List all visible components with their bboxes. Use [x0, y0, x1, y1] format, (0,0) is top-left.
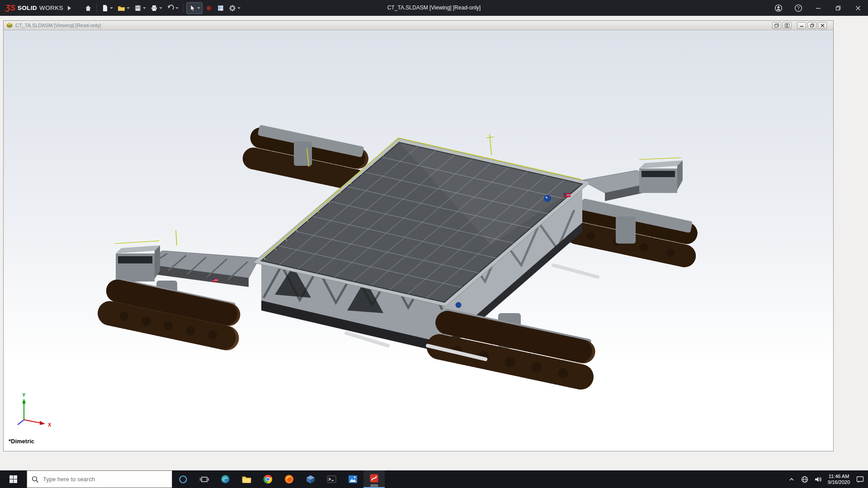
network-button[interactable]	[798, 470, 811, 488]
close-icon	[855, 5, 861, 11]
show-hidden-icons-button[interactable]	[785, 470, 798, 488]
crawler-transporter-model[interactable]: X Y	[4, 30, 833, 451]
search-input[interactable]	[43, 476, 167, 483]
nasa-meatball-logo	[456, 302, 462, 308]
taskbar-search-box[interactable]	[27, 470, 172, 488]
graphics-viewport[interactable]: X Y *Dimetric	[4, 30, 833, 451]
undo-icon	[167, 5, 174, 12]
save-icon	[134, 5, 142, 12]
volume-button[interactable]	[811, 470, 824, 488]
record-macro-button[interactable]	[203, 2, 214, 14]
options-button[interactable]	[227, 2, 242, 14]
solidworks-version-badge: 2020	[363, 484, 385, 488]
open-button[interactable]	[116, 2, 132, 14]
document-window-controls	[772, 22, 830, 29]
toolbar-separator	[96, 4, 97, 13]
undo-button[interactable]	[165, 2, 180, 14]
firefox-icon	[284, 474, 294, 484]
close-icon	[821, 23, 825, 28]
doc-close-button[interactable]	[818, 22, 827, 29]
operator-cab-left[interactable]	[116, 245, 160, 282]
minimize-icon	[816, 5, 821, 11]
home-button[interactable]	[83, 2, 94, 14]
nasa-meatball-logo	[544, 195, 551, 202]
photos-icon	[348, 475, 358, 483]
minimize-button[interactable]	[808, 0, 828, 16]
triad-x-label: X	[48, 422, 52, 427]
dropdown-caret-icon	[127, 7, 130, 9]
edrawings-cube-icon	[306, 475, 315, 484]
jacking-cylinder	[616, 216, 636, 244]
svg-text:?: ?	[797, 5, 800, 10]
task-view-button[interactable]	[193, 470, 215, 488]
edrawings-taskbar-icon[interactable]	[300, 470, 321, 488]
design-table-icon	[217, 5, 224, 12]
brand-name-works: WORKS	[39, 5, 63, 11]
taskbar-clock[interactable]: 11:46 AM 9/16/2020	[825, 474, 853, 485]
restore-icon	[810, 23, 814, 28]
terminal-icon	[327, 475, 336, 483]
close-button[interactable]	[848, 0, 868, 16]
chrome-taskbar-icon[interactable]	[257, 470, 278, 488]
toolbar-flyout-arrow-icon[interactable]	[67, 6, 75, 10]
brand-name-solid: SOLID	[18, 5, 37, 11]
quick-access-toolbar	[83, 2, 242, 14]
dassault-logo-icon: ƷS	[5, 4, 15, 12]
edge-icon	[221, 474, 230, 484]
dropdown-caret-icon	[110, 7, 113, 9]
restore-icon	[835, 5, 841, 11]
doc-tile-button[interactable]	[783, 22, 792, 29]
account-icon	[774, 4, 783, 12]
operator-cab-right[interactable]	[639, 160, 683, 193]
help-button[interactable]: ?	[788, 0, 808, 16]
doc-cascade-button[interactable]	[772, 22, 781, 29]
cortana-button[interactable]	[172, 470, 193, 488]
view-orientation-label: *Dimetric	[9, 438, 34, 445]
select-arrow-icon	[189, 5, 196, 12]
edge-taskbar-icon[interactable]	[215, 470, 236, 488]
us-flag-marking	[563, 193, 571, 197]
search-icon	[32, 476, 39, 483]
solidworks-app-icon	[370, 474, 378, 483]
clock-date: 9/16/2020	[828, 479, 850, 485]
save-button[interactable]	[132, 2, 148, 14]
document-window: CT_TA.SLDASM [Viewing] [Read-only]	[3, 20, 834, 451]
document-titlebar[interactable]: CT_TA.SLDASM [Viewing] [Read-only]	[4, 21, 833, 30]
dropdown-caret-icon	[159, 7, 162, 9]
dropdown-caret-icon	[175, 7, 179, 9]
solidworks-taskbar-icon[interactable]: 2020	[363, 470, 385, 488]
account-button[interactable]	[769, 0, 788, 16]
file-explorer-taskbar-icon[interactable]	[236, 470, 257, 488]
toolbar-separator	[183, 4, 184, 13]
doc-restore-button[interactable]	[807, 22, 816, 29]
taskbar-empty-area	[385, 470, 785, 488]
minimize-icon	[800, 23, 804, 27]
start-button[interactable]	[0, 470, 27, 488]
jacking-cylinder	[294, 141, 312, 166]
clock-time: 11:46 AM	[828, 474, 850, 479]
record-circle-icon	[205, 5, 212, 12]
network-globe-icon	[801, 476, 808, 483]
new-document-button[interactable]	[99, 2, 115, 14]
cortana-icon	[179, 475, 188, 484]
doc-minimize-button[interactable]	[797, 22, 806, 29]
titlebar-controls: ?	[769, 0, 868, 16]
print-icon	[151, 5, 158, 12]
firefox-taskbar-icon[interactable]	[278, 470, 300, 488]
terminal-taskbar-icon[interactable]	[321, 470, 342, 488]
action-center-button[interactable]	[854, 470, 866, 488]
photos-taskbar-icon[interactable]	[342, 470, 363, 488]
maximize-button[interactable]	[828, 0, 848, 16]
speaker-icon	[814, 476, 822, 483]
design-binder-button[interactable]	[215, 2, 226, 14]
system-tray: 11:46 AM 9/16/2020	[785, 470, 868, 488]
chrome-icon	[263, 474, 273, 484]
open-folder-icon	[118, 5, 125, 12]
assembly-document-icon	[6, 22, 13, 28]
select-tool-button[interactable]	[186, 2, 203, 14]
triad-y-label: Y	[22, 392, 26, 398]
print-button[interactable]	[149, 2, 164, 14]
gear-icon	[229, 5, 236, 12]
tile-icon	[785, 23, 789, 28]
task-view-icon	[200, 475, 209, 483]
